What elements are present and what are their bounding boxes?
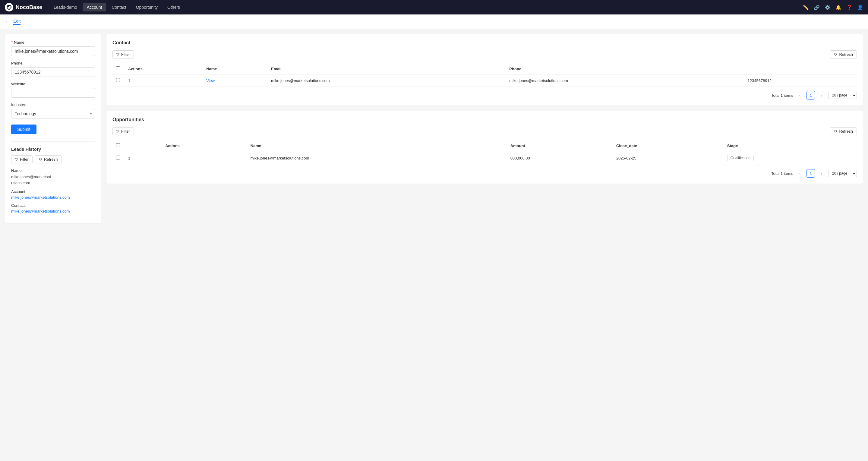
contact-table-header: Actions Name Email Phone bbox=[113, 63, 857, 74]
leads-contact-value[interactable]: mike.jones@marketsolutions.com bbox=[11, 209, 95, 213]
opp-total-text: Total 1 items bbox=[771, 171, 793, 176]
name-input[interactable] bbox=[11, 47, 95, 56]
contact-row-1-checkbox[interactable] bbox=[116, 78, 120, 82]
leads-history-title: Leads History bbox=[11, 147, 95, 152]
contact-table: Actions Name Email Phone 1 View mike.jon… bbox=[113, 63, 857, 87]
gear-icon[interactable]: ⚙️ bbox=[825, 4, 831, 10]
contact-row-num: 1 bbox=[125, 74, 203, 87]
opp-row-name: mike.jones@marketsolutions.com bbox=[247, 151, 507, 165]
nav-items: Leads-demo Account Contact Opportunity O… bbox=[50, 3, 801, 11]
opp-row-amount: 800,000.00 bbox=[507, 151, 613, 165]
nav-item-opportunity[interactable]: Opportunity bbox=[132, 3, 162, 11]
contact-refresh-button[interactable]: ↻ Refresh bbox=[830, 50, 857, 59]
opp-page-current[interactable]: 1 bbox=[806, 169, 815, 178]
opp-col-name: Name bbox=[247, 140, 507, 151]
contact-row-name: mike.jones@marketsolutions.com bbox=[268, 74, 506, 87]
filter-icon: ▽ bbox=[15, 157, 18, 162]
opp-select-all-col bbox=[113, 140, 125, 151]
contact-next-page[interactable]: › bbox=[817, 91, 826, 99]
opportunities-pagination: Total 1 items ‹ 1 › 20 / page 50 / page … bbox=[113, 169, 857, 178]
filter-icon: ▽ bbox=[116, 52, 119, 57]
refresh-icon: ↻ bbox=[834, 52, 837, 57]
leads-contact-label: Contact: bbox=[11, 203, 95, 208]
edit-tab[interactable]: Edit bbox=[13, 19, 21, 25]
svg-rect-2 bbox=[9, 6, 10, 9]
contact-col-phone: Phone bbox=[506, 63, 744, 74]
phone-input[interactable] bbox=[11, 67, 95, 77]
contact-toolbar: ▽ Filter ↻ Refresh bbox=[113, 50, 857, 59]
logo-icon bbox=[5, 3, 13, 11]
contact-table-wrapper: Actions Name Email Phone 1 View mike.jon… bbox=[113, 63, 857, 87]
opportunities-table: Actions Name Amount Close_date Stage 1 bbox=[113, 140, 857, 165]
contact-panel: Contact ▽ Filter ↻ Refresh Actions bbox=[106, 34, 863, 106]
contact-select-all-col bbox=[113, 63, 125, 74]
opportunities-panel: Opportunities ▽ Filter ↻ Refresh bbox=[106, 111, 863, 184]
contact-col-actions: Actions bbox=[125, 63, 203, 74]
contact-row-email: mike.jones@marketsolutions.com bbox=[506, 74, 744, 87]
opportunities-refresh-button[interactable]: ↻ Refresh bbox=[830, 127, 857, 135]
name-field-group: * Name: bbox=[11, 40, 95, 56]
leads-refresh-button[interactable]: ↻ Refresh bbox=[35, 155, 62, 163]
nav-item-leads-demo[interactable]: Leads-demo bbox=[50, 3, 82, 11]
logo: NocoBase bbox=[5, 3, 42, 11]
pencil-icon[interactable]: ✏️ bbox=[803, 4, 809, 10]
logo-text: NocoBase bbox=[16, 4, 42, 10]
contact-prev-page[interactable]: ‹ bbox=[796, 91, 804, 99]
contact-select-all-checkbox[interactable] bbox=[116, 66, 120, 70]
required-star: * bbox=[11, 40, 13, 44]
refresh-icon: ↻ bbox=[39, 157, 42, 162]
opp-select-all-checkbox[interactable] bbox=[116, 143, 120, 147]
left-form-panel: * Name: Phone: Website: Industry: Techno… bbox=[5, 34, 101, 223]
table-row: 1 View mike.jones@marketsolutions.com mi… bbox=[113, 74, 857, 87]
back-button[interactable]: ← bbox=[5, 19, 10, 24]
opp-per-page-select[interactable]: 20 / page 50 / page 100 / page bbox=[828, 170, 857, 177]
refresh-icon: ↻ bbox=[834, 129, 837, 133]
bell-icon[interactable]: 🔔 bbox=[835, 4, 841, 10]
nav-item-contact[interactable]: Contact bbox=[107, 3, 130, 11]
opp-row-1-checkbox[interactable] bbox=[116, 156, 120, 159]
opportunities-table-wrapper: Actions Name Amount Close_date Stage 1 bbox=[113, 140, 857, 165]
opp-row-action bbox=[162, 151, 247, 165]
leads-account-value[interactable]: mike.jones@marketsolutions.com bbox=[11, 195, 95, 199]
contact-panel-title: Contact bbox=[113, 40, 857, 45]
contact-row-action: View bbox=[203, 74, 268, 87]
industry-select-wrapper: Technology Finance Healthcare Education … bbox=[11, 109, 95, 119]
nav-item-others[interactable]: Others bbox=[163, 3, 184, 11]
contact-pagination: Total 1 items ‹ 1 › 20 / page 50 / page … bbox=[113, 91, 857, 99]
website-input[interactable] bbox=[11, 88, 95, 98]
leads-filter-button[interactable]: ▽ Filter bbox=[11, 155, 33, 163]
opp-row-close-date: 2025-02-25 bbox=[613, 151, 723, 165]
opp-col-close-date: Close_date bbox=[613, 140, 723, 151]
stage-badge: Qualification bbox=[727, 155, 754, 161]
contact-per-page-select[interactable]: 20 / page 50 / page 100 / page bbox=[828, 92, 857, 99]
opp-row-stage: Qualification bbox=[723, 151, 857, 165]
user-icon[interactable]: 👤 bbox=[857, 4, 863, 10]
opp-col-amount: Amount bbox=[507, 140, 613, 151]
website-field-group: Website: bbox=[11, 82, 95, 98]
contact-view-link[interactable]: View bbox=[206, 79, 215, 83]
help-icon[interactable]: ❓ bbox=[846, 4, 852, 10]
leads-account-label: Account: bbox=[11, 189, 95, 194]
leads-name-value: mike.jones@marketsolutions.com bbox=[11, 174, 95, 186]
opp-next-page[interactable]: › bbox=[817, 169, 826, 178]
submit-button[interactable]: Submit bbox=[11, 125, 36, 134]
contact-page-current[interactable]: 1 bbox=[806, 91, 815, 99]
sub-header: ← Edit bbox=[0, 14, 868, 29]
opportunities-toolbar: ▽ Filter ↻ Refresh bbox=[113, 127, 857, 135]
right-panel: Contact ▽ Filter ↻ Refresh Actions bbox=[106, 34, 863, 184]
phone-label: Phone: bbox=[11, 61, 95, 65]
opp-prev-page[interactable]: ‹ bbox=[796, 169, 804, 178]
industry-field-group: Industry: Technology Finance Healthcare … bbox=[11, 102, 95, 119]
opportunities-table-header: Actions Name Amount Close_date Stage bbox=[113, 140, 857, 151]
name-label: * Name: bbox=[11, 40, 95, 44]
opp-row-checkbox bbox=[113, 151, 125, 165]
filter-icon: ▽ bbox=[116, 129, 119, 133]
industry-select[interactable]: Technology Finance Healthcare Education bbox=[11, 109, 95, 119]
nav-item-account[interactable]: Account bbox=[83, 3, 106, 11]
opportunities-filter-button[interactable]: ▽ Filter bbox=[113, 127, 134, 135]
link-icon[interactable]: 🔗 bbox=[814, 4, 820, 10]
contact-filter-button[interactable]: ▽ Filter bbox=[113, 50, 134, 59]
contact-col-email: Email bbox=[268, 63, 506, 74]
contact-col-name: Name bbox=[203, 63, 268, 74]
svg-rect-1 bbox=[7, 7, 9, 9]
